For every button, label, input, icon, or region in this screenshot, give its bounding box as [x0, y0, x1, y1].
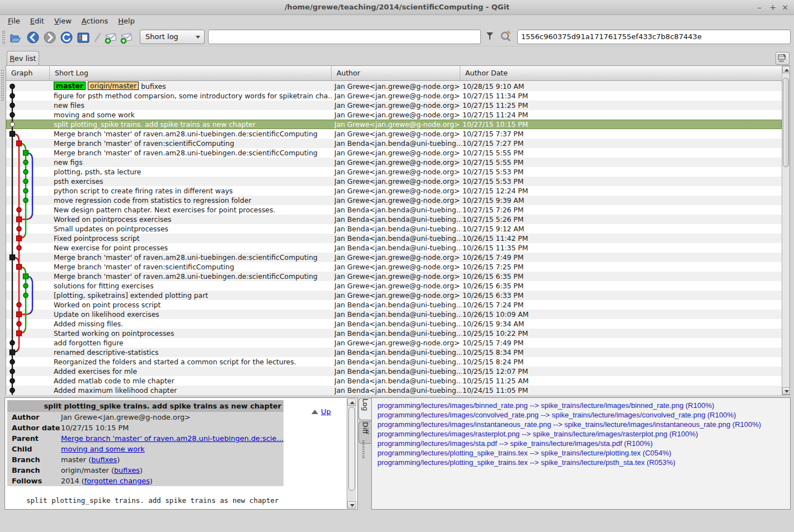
commit-row[interactable]: Added exercises for mleJan Benda<jan.ben… [6, 367, 782, 376]
file-rename-line[interactable]: programming/lectures/plotting_spike_trai… [377, 458, 675, 467]
tabbar-tool-button[interactable] [776, 52, 790, 65]
cell-author: Jan Benda<jan.benda@uni-tuebing… [334, 348, 462, 357]
commit-row[interactable]: add forgotten figureJan Grewe<jan.grewe@… [6, 338, 782, 348]
open-folder-icon[interactable] [8, 30, 23, 45]
cell-author: Jan Grewe<jan.grewe@g-node.org> [334, 91, 462, 101]
back-icon[interactable] [26, 30, 40, 45]
commit-row[interactable]: Merge branch 'master' of raven:scientifi… [6, 262, 782, 272]
file-rename-line[interactable]: programming/lectures/images/sta.pdf --> … [377, 439, 653, 448]
commit-row[interactable]: Small updates on pointprocessesJan Benda… [6, 224, 782, 234]
commit-row[interactable]: Started working on pointprocessesJan Ben… [6, 329, 782, 338]
detail-link[interactable]: Merge branch 'master' of raven.am28.uni-… [61, 434, 283, 443]
commit-row[interactable]: Update on likelihood exercisesJan Benda<… [6, 310, 782, 319]
commit-row[interactable]: masterorigin/masterbufixesJan Grewe<jan.… [6, 82, 782, 91]
highlight-search-icon[interactable] [499, 30, 513, 45]
sha-input[interactable]: 1556c960375d91a171761755ef433c7b8c87443e [517, 30, 791, 44]
file-rename-line[interactable]: programming/lectures/images/convolved_ra… [377, 410, 736, 420]
column-header-author-date[interactable]: Author Date [460, 66, 789, 80]
scroll-up-button[interactable] [782, 66, 790, 73]
toolbar-grip[interactable] [2, 31, 5, 44]
cell-author-date: 10/25/15 7:49 PM [462, 338, 776, 348]
column-header-short-log[interactable]: Short Log [50, 66, 332, 80]
commit-row[interactable]: Merge branch 'master' of raven.am28.uni-… [6, 129, 782, 139]
up-link[interactable]: Up [311, 407, 331, 416]
detail-link[interactable]: forgotten changes [84, 477, 150, 485]
commit-row[interactable]: Merge branch 'master' of raven.am28.uni-… [6, 272, 782, 281]
minimize-button[interactable]: – [754, 2, 765, 13]
apply-patch-icon[interactable] [119, 30, 134, 45]
commit-row[interactable]: New exercise for point processesJan Bend… [6, 243, 782, 253]
commit-row[interactable]: solutions for fitting exercisesJan Grewe… [6, 281, 782, 291]
menu-help[interactable]: Help [113, 15, 140, 28]
cell-short-log: Started working on pointprocesses [54, 329, 332, 338]
commit-row[interactable]: Added maximum likelihood chapterJan Bend… [6, 386, 782, 395]
menu-edit[interactable]: Edit [25, 15, 49, 28]
commit-row[interactable]: Fixed pointprocess scriptJan Benda<jan.b… [6, 234, 782, 243]
menu-actions[interactable]: Actions [77, 15, 114, 28]
reload-icon[interactable] [59, 30, 74, 45]
detail-scrollbar-thumb[interactable] [348, 407, 355, 491]
detail-link[interactable]: bufixes [91, 455, 117, 464]
commit-row[interactable]: Added missing files.Jan Benda<jan.benda@… [6, 319, 782, 329]
splitter-grip[interactable] [362, 440, 365, 458]
commit-row[interactable]: Merge branch 'master' of raven:scientifi… [6, 139, 782, 148]
commit-row[interactable]: moving and some workJan Grewe<jan.grewe@… [6, 110, 782, 120]
menu-file[interactable]: File [3, 15, 25, 28]
file-rename-line[interactable]: programming/lectures/images/binned_rate.… [377, 401, 714, 410]
commit-row[interactable]: split plotting_spike trains. add spike t… [6, 120, 782, 129]
menu-view[interactable]: View [49, 15, 77, 28]
commit-row[interactable]: Merge branch 'master' of raven.am28.uni-… [6, 253, 782, 262]
commit-row[interactable]: [plotting, spiketrains] extended plottin… [6, 291, 782, 300]
cell-author: Jan Grewe<jan.grewe@g-node.org> [334, 262, 462, 272]
panel-grip[interactable] [1, 70, 4, 101]
cell-short-log: moving and some work [54, 110, 332, 120]
menu-bar: FileEditViewActionsHelp [0, 15, 794, 28]
detail-link[interactable]: moving and some work [61, 445, 145, 453]
file-rename-line[interactable]: programming/lectures/images/instantaneou… [377, 420, 761, 429]
file-rename-line[interactable]: programming/lectures/plotting_spike_trai… [377, 448, 672, 458]
commit-row[interactable]: psth exercisesJan Grewe<jan.grewe@g-node… [6, 177, 782, 186]
table-scrollbar[interactable] [782, 66, 790, 395]
view-layout-icon[interactable] [76, 30, 91, 45]
column-header-graph[interactable]: Graph [6, 66, 50, 80]
commit-row[interactable]: Merge branch 'master' of raven.am28.uni-… [6, 148, 782, 158]
cell-short-log: New design pattern chapter. Next exercis… [54, 205, 332, 215]
cell-author-date: 10/25/15 8:34 PM [462, 348, 776, 357]
commit-row[interactable]: Worked on pointprocess exercisesJan Bend… [6, 215, 782, 224]
commit-row[interactable]: python script to create firing rates in … [6, 186, 782, 196]
detail-scroll-up[interactable] [347, 398, 356, 406]
cell-short-log: Update on likelihood exercises [54, 310, 332, 319]
commit-row[interactable]: plotting, psth, sta lectureJan Grewe<jan… [6, 167, 782, 177]
close-button[interactable]: × [779, 2, 791, 13]
commit-row[interactable]: new filesJan Grewe<jan.grewe@g-node.org>… [6, 101, 782, 110]
tab-log[interactable]: Log [358, 398, 371, 420]
commit-row[interactable]: move regression code from statistics to … [6, 196, 782, 205]
filter-input[interactable] [208, 30, 481, 44]
cell-author: Jan Benda<jan.benda@uni-tuebing… [334, 215, 462, 224]
detail-value: 10/27/15 10:15 PM [61, 422, 129, 433]
detail-link[interactable]: bufixes [114, 466, 140, 474]
cell-short-log: Merge branch 'master' of raven:scientifi… [54, 262, 332, 272]
commit-row[interactable]: Added matlab code to mle chapterJan Bend… [6, 376, 782, 386]
forward-icon[interactable] [42, 30, 57, 45]
commit-row[interactable]: Worked on point process scriptJan Benda<… [6, 300, 782, 310]
maximize-button[interactable]: + [767, 2, 778, 13]
log-mode-select[interactable]: Short log [140, 30, 205, 44]
detail-scrollbar[interactable] [347, 398, 356, 509]
cell-author: Jan Grewe<jan.grewe@g-node.org> [334, 101, 462, 110]
commit-row[interactable]: renamed descriptive-statisticsJan Benda<… [6, 348, 782, 357]
file-rename-line[interactable]: programming/lectures/images/rasterplot.p… [377, 429, 698, 439]
commit-row[interactable]: new figsJan Grewe<jan.grewe@g-node.org>1… [6, 158, 782, 167]
save-patch-icon[interactable] [103, 30, 118, 45]
filter-icon[interactable] [484, 31, 495, 44]
column-header-author[interactable]: Author [332, 66, 460, 80]
scrollbar-thumb[interactable] [783, 78, 789, 167]
tab-rev-list[interactable]: Rev list [7, 51, 39, 66]
scroll-down-button[interactable] [782, 387, 790, 395]
commit-row[interactable]: Reorganized the folders and started a co… [6, 357, 782, 367]
tab-diff[interactable]: Diff [358, 421, 371, 444]
commit-row[interactable]: figure for psth method comparsion, some … [6, 91, 782, 101]
commit-row[interactable]: New design pattern chapter. Next exercis… [6, 205, 782, 215]
detail-scroll-down[interactable] [347, 501, 356, 509]
cell-author-date: 10/26/15 6:35 PM [462, 272, 776, 281]
